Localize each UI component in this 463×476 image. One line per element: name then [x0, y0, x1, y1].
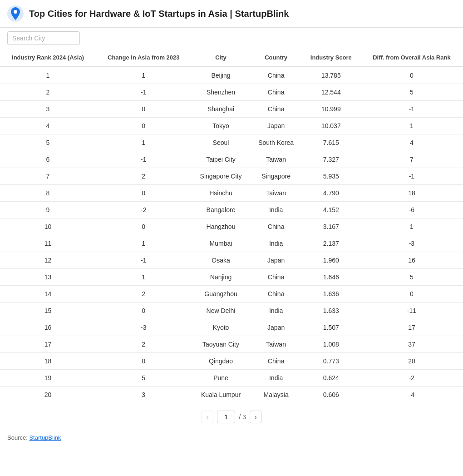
col-score: Industry Score [302, 49, 360, 67]
table-header-row: Industry Rank 2024 (Asia) Change in Asia… [0, 49, 463, 67]
cell-change: 0 [96, 101, 191, 118]
cell-rank: 16 [0, 319, 96, 336]
cell-diff: 0 [360, 286, 463, 302]
cell-change: -1 [96, 252, 191, 269]
cell-change: 3 [96, 387, 191, 403]
cell-score: 13.785 [302, 67, 360, 84]
cell-score: 1.960 [302, 252, 360, 269]
cell-diff: -3 [360, 235, 463, 252]
cell-score: 4.790 [302, 185, 360, 202]
cell-diff: -1 [360, 101, 463, 118]
cell-city: Kuala Lumpur [191, 387, 250, 403]
source-bar: Source: StartupBlink [0, 431, 463, 445]
cell-diff: 20 [360, 353, 463, 370]
page-number-input[interactable] [217, 411, 235, 423]
table-row: 80HsinchuTaiwan4.79018 [0, 185, 463, 202]
cell-rank: 15 [0, 302, 96, 319]
cell-score: 0.773 [302, 353, 360, 370]
cell-city: Osaka [191, 252, 250, 269]
cell-change: 2 [96, 286, 191, 302]
cell-country: China [251, 67, 302, 84]
cell-change: -3 [96, 319, 191, 336]
cell-rank: 12 [0, 252, 96, 269]
cell-country: India [251, 370, 302, 387]
cell-change: 0 [96, 218, 191, 235]
cell-city: Tokyo [191, 118, 250, 134]
cell-city: Taoyuan City [191, 336, 250, 353]
cell-change: 0 [96, 185, 191, 202]
cell-change: 2 [96, 336, 191, 353]
cell-diff: 5 [360, 269, 463, 286]
cell-city: Guangzhou [191, 286, 250, 302]
cell-diff: -6 [360, 202, 463, 218]
table-row: 6-1Taipei CityTaiwan7.3277 [0, 151, 463, 168]
cell-change: 0 [96, 302, 191, 319]
table-row: 180QingdaoChina0.77320 [0, 353, 463, 370]
table-row: 11BeijingChina13.7850 [0, 67, 463, 84]
table-row: 16-3KyotoJapan1.50717 [0, 319, 463, 336]
source-link[interactable]: StartupBlink [29, 434, 61, 441]
cell-score: 0.624 [302, 370, 360, 387]
cell-country: Singapore [251, 168, 302, 185]
page-total: / 3 [239, 413, 246, 421]
cell-change: 0 [96, 118, 191, 134]
cell-score: 7.615 [302, 134, 360, 151]
cell-change: 1 [96, 235, 191, 252]
table-row: 131NanjingChina1.6465 [0, 269, 463, 286]
data-table: Industry Rank 2024 (Asia) Change in Asia… [0, 49, 463, 403]
col-country: Country [251, 49, 302, 67]
cell-city: Shenzhen [191, 84, 250, 101]
cell-score: 1.646 [302, 269, 360, 286]
cell-score: 10.999 [302, 101, 360, 118]
table-row: 100HangzhouChina3.1671 [0, 218, 463, 235]
cell-diff: -11 [360, 302, 463, 319]
table-row: 72Singapore CitySingapore5.935-1 [0, 168, 463, 185]
cell-diff: 7 [360, 151, 463, 168]
cell-country: South Korea [251, 134, 302, 151]
cell-country: India [251, 202, 302, 218]
cell-change: 1 [96, 269, 191, 286]
cell-city: New Delhi [191, 302, 250, 319]
cell-score: 1.008 [302, 336, 360, 353]
cell-country: Taiwan [251, 185, 302, 202]
cell-country: India [251, 302, 302, 319]
logo-icon [7, 5, 24, 22]
cell-rank: 1 [0, 67, 96, 84]
cell-change: 1 [96, 134, 191, 151]
col-city: City [191, 49, 250, 67]
cell-city: Singapore City [191, 168, 250, 185]
cell-rank: 19 [0, 370, 96, 387]
cell-score: 12.544 [302, 84, 360, 101]
cell-city: Nanjing [191, 269, 250, 286]
cell-city: Shanghai [191, 101, 250, 118]
cell-city: Kyoto [191, 319, 250, 336]
prev-page-button[interactable]: ‹ [202, 411, 214, 423]
cell-city: Hsinchu [191, 185, 250, 202]
cell-rank: 8 [0, 185, 96, 202]
cell-change: -2 [96, 202, 191, 218]
table-row: 40TokyoJapan10.0371 [0, 118, 463, 134]
col-rank: Industry Rank 2024 (Asia) [0, 49, 96, 67]
cell-rank: 5 [0, 134, 96, 151]
cell-city: Mumbai [191, 235, 250, 252]
cell-score: 0.606 [302, 387, 360, 403]
search-input[interactable] [7, 31, 80, 45]
next-page-button[interactable]: › [250, 411, 262, 423]
cell-score: 1.507 [302, 319, 360, 336]
cell-country: Taiwan [251, 151, 302, 168]
table-row: 142GuangzhouChina1.6360 [0, 286, 463, 302]
cell-rank: 3 [0, 101, 96, 118]
cell-rank: 7 [0, 168, 96, 185]
cell-rank: 9 [0, 202, 96, 218]
cell-diff: -4 [360, 387, 463, 403]
cell-rank: 11 [0, 235, 96, 252]
cell-diff: 18 [360, 185, 463, 202]
cell-diff: -1 [360, 168, 463, 185]
cell-change: 2 [96, 168, 191, 185]
cell-change: 0 [96, 353, 191, 370]
cell-rank: 20 [0, 387, 96, 403]
table-row: 9-2BangaloreIndia4.152-6 [0, 202, 463, 218]
page-title: Top Cities for Hardware & IoT Startups i… [29, 9, 289, 19]
table-row: 111MumbaiIndia2.137-3 [0, 235, 463, 252]
cell-score: 2.137 [302, 235, 360, 252]
